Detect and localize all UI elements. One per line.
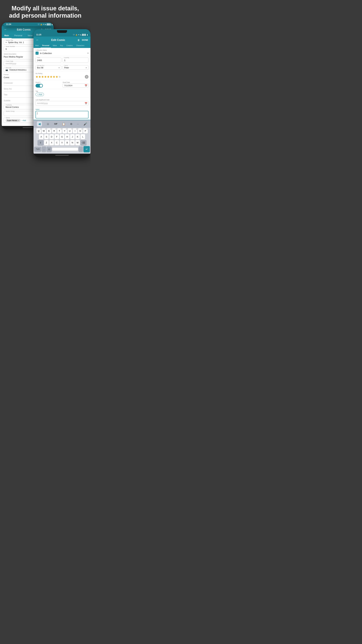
back-arrow[interactable]: ← bbox=[4, 28, 7, 31]
key-b[interactable]: B bbox=[65, 140, 69, 146]
storage-box-clear[interactable]: ✕ bbox=[58, 67, 60, 69]
notes-input-area[interactable] bbox=[35, 111, 88, 118]
tag-add-button[interactable]: + Add bbox=[35, 93, 44, 96]
tab-main-front[interactable]: Main bbox=[33, 44, 40, 48]
key-h[interactable]: H bbox=[65, 134, 69, 139]
camera-icon[interactable]: 📷 bbox=[5, 69, 8, 71]
key-y[interactable]: Y6 bbox=[62, 128, 67, 134]
key-backspace[interactable]: ⌫ bbox=[80, 140, 86, 146]
owner-label: Owner bbox=[64, 65, 68, 66]
key-n[interactable]: N bbox=[70, 140, 75, 146]
star-1[interactable]: ★ bbox=[35, 75, 38, 79]
star-6[interactable]: ★ bbox=[50, 75, 52, 79]
key-x[interactable]: X bbox=[49, 140, 54, 146]
chip-x[interactable]: ✕ bbox=[18, 120, 19, 122]
star-3[interactable]: ★ bbox=[41, 75, 44, 79]
key-m[interactable]: M bbox=[75, 140, 80, 146]
header-text: Modify all issue details, add personal i… bbox=[0, 0, 90, 22]
cover-date-label: Cover Date bbox=[5, 60, 14, 62]
tab-value-front[interactable]: Value bbox=[51, 44, 58, 48]
tab-personal[interactable]: Personal bbox=[11, 33, 25, 38]
rating-clear[interactable]: ✕ bbox=[85, 75, 88, 79]
bag-board-cal[interactable]: 📅 bbox=[85, 102, 87, 105]
key-a[interactable]: A bbox=[39, 134, 43, 139]
kb-more-icon[interactable]: ··· bbox=[77, 122, 79, 125]
kb-mic-icon[interactable]: 🎤 bbox=[83, 122, 87, 126]
key-i[interactable]: I8 bbox=[73, 128, 77, 134]
keyboard-row-4: ?123 , ☺ . ↵ bbox=[33, 146, 90, 154]
star-9-empty[interactable]: ★ bbox=[58, 75, 61, 79]
key-d[interactable]: D bbox=[49, 134, 54, 139]
front-phone-status-icons: 🛡 🔒 A ▾▴ ▋▋▋ ▮ bbox=[73, 34, 88, 36]
key-t[interactable]: T5 bbox=[57, 128, 62, 134]
series-group-label: Series Group bbox=[5, 110, 15, 112]
key-f[interactable]: F bbox=[54, 134, 59, 139]
tab-key-front[interactable]: Key bbox=[58, 44, 65, 48]
read-date-cal[interactable]: 📅 bbox=[85, 84, 87, 87]
key-k[interactable]: K bbox=[75, 134, 80, 139]
cover-date-placeholder: mm/dd/yyyy bbox=[5, 62, 16, 65]
keyboard-toolbar: ◀ ☺ GIF 📋 ⚙ ··· 🎤 bbox=[33, 120, 90, 128]
key-123[interactable]: ?123 bbox=[34, 147, 41, 152]
key-e[interactable]: E3 bbox=[47, 128, 51, 134]
front-phone-tabs: Main Personal Value Key Creators Charact… bbox=[33, 44, 90, 48]
key-r[interactable]: R4 bbox=[52, 128, 57, 134]
genre-label: Genre bbox=[5, 117, 10, 118]
front-delete-icon[interactable]: 🗑 bbox=[77, 39, 80, 42]
star-8[interactable]: ★ bbox=[55, 75, 58, 79]
wifi-icon: ▾▴ bbox=[44, 24, 46, 25]
collection-dropdown[interactable]: ▾ bbox=[87, 52, 88, 54]
back-phone-status-bar: 11:24 🛡 🔒 A ▾▴ ▋▋▋ ▮ bbox=[3, 22, 54, 26]
key-emoji[interactable]: ☺ bbox=[46, 146, 52, 152]
genre-add[interactable]: + Add bbox=[22, 120, 26, 122]
key-shift[interactable]: ⇧ bbox=[37, 140, 43, 146]
quantity-value: 1 bbox=[64, 59, 65, 62]
kb-back-icon[interactable]: ◀ bbox=[37, 122, 42, 126]
owner-clear[interactable]: ✕ bbox=[85, 67, 87, 69]
star-5[interactable]: ★ bbox=[47, 75, 50, 79]
key-q[interactable]: Q1 bbox=[36, 128, 41, 134]
key-w[interactable]: W2 bbox=[41, 128, 46, 134]
index-field: Index 2483 bbox=[35, 58, 61, 62]
key-period[interactable]: . bbox=[79, 146, 83, 152]
kb-emoji-icon[interactable]: ☺ bbox=[46, 122, 49, 126]
notes-label: Notes bbox=[35, 108, 88, 110]
key-c[interactable]: C bbox=[54, 140, 59, 146]
tab-main[interactable]: Main bbox=[2, 33, 11, 38]
title-label: Title bbox=[4, 94, 7, 96]
key-space[interactable] bbox=[52, 148, 78, 151]
barcode-label: Barcode bbox=[5, 67, 12, 68]
owner-field: Owner Peter ✕ bbox=[63, 66, 88, 70]
tab-creators-front[interactable]: Creators bbox=[65, 44, 74, 48]
stars-container[interactable]: ★ ★ ★ ★ ★ ★ ★ ★ ★ bbox=[35, 75, 61, 79]
key-g[interactable]: G bbox=[60, 134, 64, 139]
star-4[interactable]: ★ bbox=[44, 75, 47, 79]
key-j[interactable]: J bbox=[70, 134, 75, 139]
kb-settings-icon[interactable]: ⚙ bbox=[70, 122, 72, 126]
key-enter[interactable]: ↵ bbox=[83, 146, 90, 152]
key-comma[interactable]: , bbox=[42, 146, 46, 152]
kb-gif-icon[interactable]: GIF bbox=[54, 123, 57, 125]
key-p[interactable]: P0 bbox=[83, 128, 88, 134]
tab-personal-front[interactable]: Personal bbox=[40, 44, 51, 48]
key-s[interactable]: S bbox=[44, 134, 49, 139]
kb-clipboard-icon[interactable]: 📋 bbox=[62, 122, 65, 126]
star-7[interactable]: ★ bbox=[53, 75, 55, 79]
front-back-arrow[interactable]: ← bbox=[36, 38, 39, 42]
key-u[interactable]: U7 bbox=[67, 128, 72, 134]
collection-checkbox[interactable]: ✓ bbox=[35, 52, 38, 55]
key-v[interactable]: V bbox=[60, 140, 64, 146]
read-it-toggle[interactable] bbox=[35, 84, 43, 88]
phones-container: 11:24 🛡 🔒 A ▾▴ ▋▋▋ ▮ ← Edit Comic 🗑 DONE… bbox=[0, 22, 90, 175]
tab-characters-front[interactable]: Characters bbox=[74, 44, 86, 48]
front-done-button[interactable]: DONE bbox=[82, 39, 88, 41]
home-bar bbox=[55, 155, 69, 156]
read-date-section: Read Date 7/11/2024 📅 bbox=[63, 82, 88, 88]
star-2[interactable]: ★ bbox=[38, 75, 41, 79]
storage-owner-row: Storage Box Box 98 ✕ Owner Peter ✕ bbox=[33, 64, 90, 71]
key-l[interactable]: L bbox=[80, 134, 85, 139]
key-z[interactable]: Z bbox=[44, 140, 49, 146]
front-phone-status-bar: 11:25 🛡 🔒 A ▾▴ ▋▋▋ ▮ bbox=[33, 33, 90, 36]
rating-label: My Rating bbox=[35, 72, 88, 74]
key-o[interactable]: O9 bbox=[78, 128, 83, 134]
